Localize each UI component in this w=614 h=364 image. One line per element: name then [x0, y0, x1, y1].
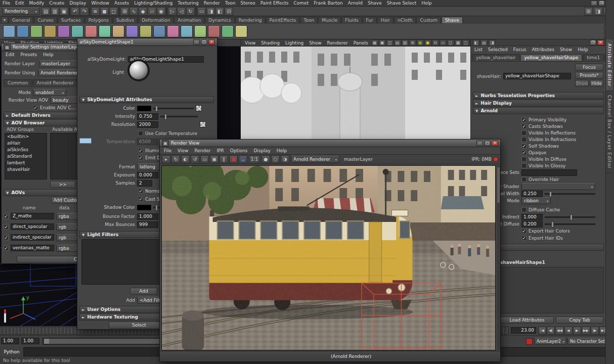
pixel-width-slider[interactable] — [545, 193, 595, 195]
panel-restore-button[interactable]: ❐ — [590, 40, 596, 46]
aov-name-field[interactable]: ventanas_matte — [11, 245, 54, 251]
ipr-render-icon[interactable]: ◧ — [215, 7, 224, 16]
single-pane-icon[interactable]: ⊞ — [584, 7, 593, 16]
shadow-color-swatch[interactable] — [137, 205, 151, 210]
panel-menu-item[interactable]: View — [242, 40, 258, 46]
render-region-icon[interactable]: ▭ — [200, 155, 209, 163]
panel-menu-item[interactable]: Show — [557, 47, 575, 52]
focus-button[interactable]: Focus — [575, 64, 603, 71]
shelf-tool-icon[interactable] — [126, 25, 138, 37]
presets-button[interactable]: Presets* — [575, 72, 603, 79]
panel-menu-item[interactable]: Attributes — [529, 47, 556, 52]
anim-layer-dropdown[interactable]: AnimLayer2▾ — [534, 338, 566, 345]
pixel-width-field[interactable]: 0.250 — [521, 191, 543, 197]
play-backwards-button[interactable]: ◀ — [564, 327, 573, 335]
2d-pan-zoom-icon[interactable]: ⊞ — [409, 39, 416, 46]
section-header[interactable]: Arnold — [473, 107, 604, 114]
render-icon[interactable]: ▸ — [162, 155, 170, 163]
refresh-icon[interactable]: ↺ — [191, 155, 199, 163]
aov-name-field[interactable]: Z_matte — [11, 213, 54, 219]
settings-tab[interactable]: Arnold Renderer — [33, 79, 78, 86]
menu-item[interactable]: Stereo — [238, 1, 257, 6]
save-scene-icon[interactable]: ▣ — [60, 7, 68, 16]
shelf-tab[interactable]: Animation — [174, 17, 204, 23]
color-management-icon[interactable]: ◒ — [239, 155, 247, 163]
rendered-image[interactable] — [161, 165, 496, 350]
indirect-slider[interactable] — [545, 216, 595, 218]
menu-item[interactable]: Window — [89, 1, 112, 6]
range-handle-left[interactable] — [44, 339, 49, 344]
shelf-tab[interactable]: Curves — [34, 17, 57, 23]
panel-close-button[interactable]: ✕ — [597, 40, 604, 46]
menu-item[interactable]: Comet — [291, 1, 312, 6]
command-language-label[interactable]: Python — [0, 347, 23, 357]
input-connections-icon[interactable]: ▷ — [168, 7, 177, 16]
step-back-key-button[interactable]: ◀◀ — [555, 327, 564, 335]
shelf-tool-icon[interactable] — [181, 25, 193, 37]
stop-render-icon[interactable]: ■ — [229, 155, 238, 163]
enable-aov-checkbox[interactable]: Enable AOV C... — [33, 104, 75, 111]
exposure-icon[interactable]: ◑ — [281, 155, 289, 163]
shelf-tab[interactable]: Rendering — [235, 17, 266, 23]
attribute-editor-dock-tab[interactable]: Attribute Editor — [606, 39, 613, 91]
node-name-field[interactable]: yellow_shaveHairShape — [503, 73, 571, 79]
sidebar-toggle-icon[interactable]: ◨ — [594, 7, 602, 16]
ipr-record-icon[interactable] — [493, 157, 498, 162]
list-mode-icon[interactable]: ▤ — [480, 39, 488, 46]
shelf-tool-icon[interactable] — [140, 25, 152, 37]
intensity-slider[interactable] — [160, 116, 198, 117]
window-close-button[interactable]: ✕ — [492, 141, 498, 146]
shelf-tab[interactable]: Shave — [442, 17, 463, 23]
safe-action-icon[interactable]: ▢ — [462, 39, 469, 46]
menu-item[interactable]: Arnold — [345, 1, 365, 6]
separator[interactable] — [89, 7, 91, 16]
menu-item[interactable]: Frank Barton — [311, 1, 345, 6]
list-item[interactable]: shaveHair — [5, 166, 47, 173]
option-checkbox-row[interactable]: Opaque — [521, 149, 602, 156]
panel-menu-item[interactable]: Lighting — [283, 40, 306, 46]
resolution-field[interactable]: 2000 — [137, 121, 158, 128]
map-button-icon[interactable] — [200, 121, 206, 127]
display-alpha-icon[interactable]: ○ — [271, 155, 280, 163]
panel-menu-item[interactable]: Renderer — [325, 40, 350, 46]
render-settings-icon[interactable]: ⊟ — [225, 7, 233, 16]
menu-item[interactable]: Paint Effects — [258, 1, 291, 6]
float-panel-icon[interactable]: ◨ — [489, 39, 496, 46]
list-item[interactable]: aiStandard — [5, 153, 47, 160]
window-menu-item[interactable]: Help — [274, 148, 290, 153]
menu-item[interactable]: Create — [47, 1, 67, 6]
pause-ipr-icon[interactable]: ∥ — [220, 155, 228, 163]
shelf-tool-icon[interactable] — [3, 25, 15, 37]
window-menu-item[interactable]: File — [161, 148, 174, 153]
indirect-field[interactable]: 1.000 — [521, 214, 543, 220]
separator[interactable] — [118, 7, 120, 16]
menu-item[interactable]: Texturing — [175, 1, 201, 6]
menu-item[interactable]: Toon — [223, 1, 238, 6]
snapshot-icon[interactable]: ▣ — [210, 155, 218, 163]
diffuse-cache-checkbox[interactable]: Diffuse Cache — [521, 206, 560, 213]
export-hair-colors-checkbox[interactable]: Export Hair Colors — [521, 228, 570, 235]
option-checkbox-row[interactable]: Primary Visibility — [521, 116, 602, 123]
shelf-menu-icon[interactable]: ▾ — [1, 17, 8, 23]
select-hierarchy-icon[interactable]: ≡ — [91, 7, 100, 16]
skydome-titlebar[interactable]: aiSkyDomeLightShape1 –□✕ — [77, 38, 217, 46]
render-view-titlebar[interactable]: ▣ Render View –□✕ — [160, 140, 500, 147]
window-menu-item[interactable]: Presets — [18, 52, 39, 57]
exposure-field[interactable]: 0.000 — [137, 172, 158, 178]
redo-icon[interactable]: ↷ — [80, 7, 89, 16]
list-item[interactable]: aiHair — [5, 140, 47, 147]
step-back-frame-button[interactable]: ◀| — [547, 327, 555, 335]
add-filter-button[interactable]: Add — [130, 288, 157, 295]
menu-item[interactable]: Assets — [112, 1, 131, 6]
new-scene-icon[interactable]: ▤ — [41, 7, 50, 16]
max-bounces-field[interactable]: 999 — [137, 221, 158, 228]
render-current-frame-icon[interactable]: ◨ — [206, 7, 215, 16]
status-yellow-icon[interactable]: ● — [424, 39, 431, 46]
intensity-field[interactable]: 0.750 — [137, 113, 158, 120]
menu-item[interactable]: Lighting/Shading — [131, 1, 175, 6]
range-start-field[interactable]: 1.00 — [1, 338, 19, 344]
anim-layer-icon[interactable] — [526, 338, 533, 345]
node-tab[interactable]: yellow_shaveHairShape — [520, 54, 583, 61]
window-maximize-button[interactable]: □ — [484, 141, 491, 146]
film-gate-icon[interactable]: ▭ — [440, 39, 447, 46]
